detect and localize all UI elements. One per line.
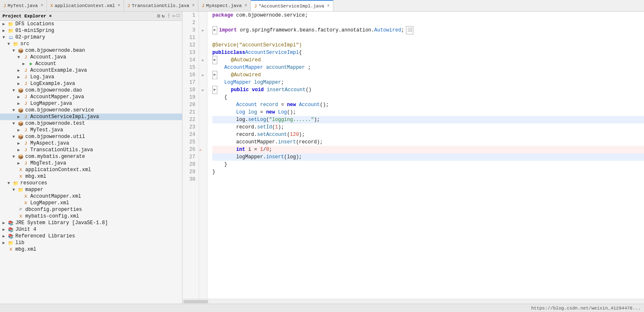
package-icon: 📦 (17, 107, 24, 113)
tree-item-logexample[interactable]: ▶ J LogExample.java (0, 80, 182, 87)
tree-label: AccountMapper.java (30, 94, 84, 100)
status-url: https://blog.csdn.net/weixin_41294478... (531, 306, 641, 311)
arrow-icon: ▼ (12, 88, 17, 93)
tree-item-accountjava[interactable]: ▼ J Account.java (0, 54, 182, 60)
tree-label: Referenced Libraries (15, 233, 75, 239)
tree-item-mybatisconfig[interactable]: X mybatis-config.xml (0, 213, 182, 220)
line-number: 21 (186, 109, 195, 116)
tree-item-test[interactable]: ▼ 📦 com.bjpowernode.test (0, 120, 182, 127)
fold-indicator[interactable]: ⬜ (406, 26, 413, 34)
tree-item-accountmapperxml[interactable]: X AccountMapper.xml (0, 193, 182, 200)
arrow-icon: ▶ (2, 227, 7, 232)
code-line-29: } (212, 168, 644, 176)
scrollbar-thumb[interactable] (183, 300, 208, 303)
tree-item-logmapper[interactable]: ▶ J LogMapper.java (0, 100, 182, 107)
code-area[interactable]: package com.bjpowernode.service; ▶ impor… (207, 12, 644, 299)
tree-item-mbgxml2[interactable]: X mbg.xml (0, 246, 182, 253)
tree-item-logjava[interactable]: ▶ J Log.java (0, 74, 182, 80)
line-number: 14 (186, 56, 195, 64)
tab-transutil[interactable]: J TranscationUtils.java × (124, 0, 198, 11)
tree-item-primary[interactable]: ▼ 🗂 02-primary (0, 34, 182, 41)
tree-item-logmapperxml[interactable]: X LogMapper.xml (0, 200, 182, 206)
tree-item-mbgtest[interactable]: ▶ J MbgTest.java (0, 160, 182, 167)
tab-close-myaspect[interactable]: × (245, 3, 247, 8)
tree-item-lib[interactable]: ▶ 📁 lib (0, 239, 182, 246)
code-line-17: LogMapper logMapper; (212, 79, 644, 86)
arrow-icon: ▶ (17, 75, 22, 80)
tree-label: DFS Locations (15, 21, 54, 27)
folder-icon: 📁 (7, 21, 14, 27)
fold-marker[interactable]: ▶ (212, 71, 217, 79)
tab-appctx[interactable]: X applicationContext.xml × (47, 0, 124, 11)
tab-close-transutil[interactable]: × (192, 3, 194, 8)
line-number: 18 (186, 86, 195, 94)
fold-marker[interactable]: ▶ (212, 56, 217, 64)
gutter-line (199, 12, 207, 19)
gutter-line (199, 123, 207, 131)
xml-file-icon: X (17, 174, 24, 179)
tree-item-src[interactable]: ▼ 📁 src (0, 41, 182, 47)
tree-item-accountexample[interactable]: ▶ J AccountExample.java (0, 67, 182, 74)
tab-myaspect[interactable]: J MyAspect.java × (198, 0, 250, 11)
tab-close-mytest[interactable]: × (41, 3, 43, 8)
collapse-icon[interactable]: ⊟ (158, 13, 160, 19)
tab-close-accountsvc[interactable]: × (327, 4, 330, 8)
gutter-line (199, 19, 207, 27)
gutter-line (199, 101, 207, 109)
fold-marker[interactable]: ▶ (212, 26, 217, 34)
fold-marker[interactable]: ▶ (212, 86, 217, 94)
java-file-icon: J (22, 127, 29, 133)
tree-item-dfs[interactable]: ▶ 📁 DFS Locations (0, 21, 182, 27)
tree-item-appctxxml[interactable]: X applicationContext.xml (0, 167, 182, 173)
tree-item-dao[interactable]: ▼ 📦 com.bjpowernode.dao (0, 87, 182, 94)
tree-item-myaspectjava[interactable]: ▶ J MyAspect.java (0, 140, 182, 147)
code-line-25: accountMapper.insert(record); (212, 138, 644, 146)
tree-item-mbgxml[interactable]: X mbg.xml (0, 173, 182, 180)
folder-icon: 📁 (12, 180, 19, 186)
minimize-icon[interactable]: — (173, 13, 175, 19)
gutter-fold[interactable]: ▶ (199, 86, 207, 94)
tree-item-reflibs[interactable]: ▶ 📚 Referenced Libraries (0, 233, 182, 239)
tree-item-mini[interactable]: ▶ 📁 01-miniSpring (0, 27, 182, 34)
gutter-fold[interactable]: ▶ (199, 56, 207, 64)
tab-mytest[interactable]: J MyTest.java × (0, 0, 47, 11)
folder-icon: 📁 (12, 41, 19, 47)
tree-item-accountsvcimpl[interactable]: ▶ J AccountServiceImpl.java (0, 114, 182, 120)
tree-item-accountclass[interactable]: ▶ ● Account (0, 60, 182, 67)
tree-label: Log.java (30, 74, 54, 80)
tree-item-service[interactable]: ▼ 📦 com.bjpowernode.service (0, 107, 182, 114)
java-icon: J (127, 3, 130, 8)
gutter-fold[interactable]: ▶ (199, 71, 207, 79)
code-editor[interactable]: 1 2 3 11 12 13 14 15 16 17 18 19 20 21 2… (182, 12, 644, 304)
tree-item-bean[interactable]: ▼ 📦 com.bjpowernode.bean (0, 47, 182, 54)
dots-icon[interactable]: ⋮ (166, 13, 171, 19)
arrow-icon: ▶ (2, 240, 7, 245)
tree-item-mybatis[interactable]: ▼ 📦 com.mybatis.generate (0, 153, 182, 160)
code-line-11 (212, 34, 644, 41)
tab-close-appctx[interactable]: × (118, 3, 120, 8)
arrow-icon: ▼ (12, 121, 17, 126)
package-icon: 📦 (17, 154, 24, 160)
code-line-3: ▶ import org.springframework.beans.facto… (212, 27, 644, 34)
tree-label: Account.java (30, 54, 66, 60)
code-line-15: AccountMapper accountMapper ; (212, 64, 644, 71)
maximize-icon[interactable]: □ (177, 13, 180, 19)
code-line-23: record.setId(1); (212, 123, 644, 131)
tree-item-mytestjava[interactable]: ▶ J MyTest.java (0, 127, 182, 133)
tree-item-junit[interactable]: ▶ 📚 JUnit 4 (0, 226, 182, 233)
tree-item-jre[interactable]: ▶ 📚 JRE System Library [JavaSE-1.8] (0, 220, 182, 226)
tree-item-resources[interactable]: ▼ 📁 resources (0, 180, 182, 186)
tree-item-dbconfig[interactable]: P dbconfig.properties (0, 206, 182, 213)
sync-icon[interactable]: ↻ (162, 13, 165, 19)
horizontal-scrollbar[interactable] (182, 299, 644, 304)
tree-item-transutiljava[interactable]: ▶ J TranscationUtils.java (0, 147, 182, 153)
tab-label: TranscationUtils.java (132, 3, 190, 8)
fold-icon: ▶ (202, 88, 204, 92)
status-bar: https://blog.csdn.net/weixin_41294478... (0, 304, 644, 312)
line-number: 19 (186, 94, 195, 101)
tree-item-mapper[interactable]: ▼ 📁 mapper (0, 186, 182, 193)
tab-accountsvc[interactable]: J *AccountServiceImpl.java × (251, 0, 333, 11)
gutter-fold[interactable]: ▶ (199, 27, 207, 34)
tree-item-accountmapper[interactable]: ▶ J AccountMapper.java (0, 94, 182, 100)
tree-item-util[interactable]: ▼ 📦 com.bjpowernode.util (0, 133, 182, 140)
